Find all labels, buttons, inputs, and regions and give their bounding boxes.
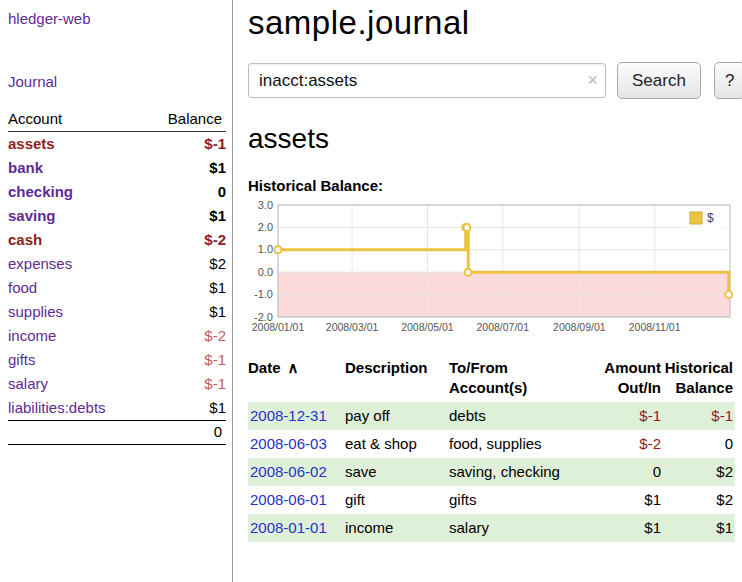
transaction-row: 2008-12-31 pay off debts $-1 $-1 bbox=[248, 402, 735, 430]
col-historical-balance: Historical Balance bbox=[663, 356, 735, 402]
transaction-date-link[interactable]: 2008-06-03 bbox=[250, 435, 327, 452]
help-button[interactable]: ? bbox=[714, 62, 742, 99]
page-title: sample.journal bbox=[248, 4, 742, 42]
account-link-liabilities-debts[interactable]: liabilities:debts bbox=[8, 399, 106, 416]
account-balance: $1 bbox=[145, 396, 226, 421]
chart-title: Historical Balance: bbox=[248, 177, 742, 194]
transaction-date-link[interactable]: 2008-01-01 bbox=[250, 519, 327, 536]
transaction-description: eat & shop bbox=[345, 430, 449, 458]
transaction-amount: $-1 bbox=[577, 402, 663, 430]
search-button[interactable]: Search bbox=[617, 62, 701, 99]
account-balance: $-1 bbox=[145, 372, 226, 396]
account-row-checking: checking 0 bbox=[8, 180, 226, 204]
account-balance: $1 bbox=[145, 276, 226, 300]
app-title-link[interactable]: hledger-web bbox=[8, 10, 91, 27]
account-balance: 0 bbox=[145, 180, 226, 204]
accounts-header-row: Account Balance bbox=[8, 108, 226, 132]
transaction-description: save bbox=[345, 458, 449, 486]
svg-text:3.0: 3.0 bbox=[258, 200, 273, 211]
account-row-assets: assets $-1 bbox=[8, 132, 226, 157]
transaction-amount: 0 bbox=[577, 458, 663, 486]
transaction-balance: $1 bbox=[663, 514, 735, 542]
transaction-date-link[interactable]: 2008-06-02 bbox=[250, 463, 327, 480]
search-field-wrap: × bbox=[248, 63, 606, 98]
accounts-total-row: 0 bbox=[8, 421, 226, 445]
col-amount: Amount Out/In bbox=[577, 356, 663, 402]
transaction-balance: $2 bbox=[663, 458, 735, 486]
account-balance: $1 bbox=[145, 300, 226, 324]
account-link-expenses[interactable]: expenses bbox=[8, 255, 72, 272]
svg-text:2008/03/01: 2008/03/01 bbox=[326, 321, 379, 333]
account-balance: $-1 bbox=[145, 348, 226, 372]
clear-search-icon[interactable]: × bbox=[587, 69, 598, 91]
svg-text:2008/01/01: 2008/01/01 bbox=[252, 321, 305, 333]
accounts-col-account: Account bbox=[8, 108, 145, 132]
transaction-balance: $-1 bbox=[663, 402, 735, 430]
transaction-accounts: saving, checking bbox=[449, 458, 577, 486]
transaction-date-link[interactable]: 2008-06-01 bbox=[250, 491, 327, 508]
transaction-description: pay off bbox=[345, 402, 449, 430]
accounts-total-value: 0 bbox=[145, 421, 226, 445]
account-row-food: food $1 bbox=[8, 276, 226, 300]
transaction-row: 2008-06-01 gift gifts $1 $2 bbox=[248, 486, 735, 514]
transaction-amount: $-2 bbox=[577, 430, 663, 458]
account-link-income[interactable]: income bbox=[8, 327, 56, 344]
account-link-gifts[interactable]: gifts bbox=[8, 351, 36, 368]
account-balance: $-2 bbox=[145, 324, 226, 348]
transaction-accounts: salary bbox=[449, 514, 577, 542]
account-heading: assets bbox=[248, 123, 742, 155]
account-balance: $2 bbox=[145, 252, 226, 276]
svg-text:2008/05/01: 2008/05/01 bbox=[401, 321, 454, 333]
account-link-supplies[interactable]: supplies bbox=[8, 303, 63, 320]
account-row-expenses: expenses $2 bbox=[8, 252, 226, 276]
svg-text:2008/09/01: 2008/09/01 bbox=[553, 321, 606, 333]
col-description: Description bbox=[345, 356, 449, 402]
main-content: sample.journal × Search ? assets Histori… bbox=[233, 0, 742, 582]
account-row-bank: bank $1 bbox=[8, 156, 226, 180]
transaction-balance: $2 bbox=[663, 486, 735, 514]
app-title: hledger-web bbox=[8, 10, 226, 27]
transactions-table: Date∧ Description To/From Account(s) Amo… bbox=[248, 356, 735, 542]
svg-text:2008/07/01: 2008/07/01 bbox=[476, 321, 529, 333]
search-bar: × Search ? bbox=[248, 62, 742, 99]
svg-text:$: $ bbox=[707, 211, 714, 225]
transaction-date-link[interactable]: 2008-12-31 bbox=[250, 407, 327, 424]
account-link-saving[interactable]: saving bbox=[8, 207, 56, 224]
account-row-salary: salary $-1 bbox=[8, 372, 226, 396]
transaction-description: gift bbox=[345, 486, 449, 514]
transaction-description: income bbox=[345, 514, 449, 542]
svg-text:1.0: 1.0 bbox=[258, 243, 273, 255]
account-row-income: income $-2 bbox=[8, 324, 226, 348]
col-date-label: Date bbox=[248, 359, 281, 376]
account-balance: $1 bbox=[145, 156, 226, 180]
account-balance: $-2 bbox=[145, 228, 226, 252]
svg-text:-1.0: -1.0 bbox=[254, 288, 273, 300]
sort-ascending-icon: ∧ bbox=[288, 359, 299, 376]
search-input[interactable] bbox=[248, 63, 606, 98]
accounts-table: Account Balance assets $-1 bank $1 check… bbox=[8, 108, 226, 445]
svg-text:2008/11/01: 2008/11/01 bbox=[629, 321, 681, 333]
account-link-assets[interactable]: assets bbox=[8, 135, 55, 152]
sidebar-nav: Journal bbox=[8, 73, 226, 90]
account-balance: $-1 bbox=[145, 132, 226, 157]
col-tofrom-accounts: To/From Account(s) bbox=[449, 356, 577, 402]
transaction-row: 2008-06-02 save saving, checking 0 $2 bbox=[248, 458, 735, 486]
accounts-total-spacer bbox=[8, 421, 145, 445]
transaction-accounts: debts bbox=[449, 402, 577, 430]
account-link-cash[interactable]: cash bbox=[8, 231, 42, 248]
account-row-liabilities-debts: liabilities:debts $1 bbox=[8, 396, 226, 421]
transaction-row: 2008-01-01 income salary $1 $1 bbox=[248, 514, 735, 542]
account-balance: $1 bbox=[145, 204, 226, 228]
transaction-amount: $1 bbox=[577, 486, 663, 514]
account-link-salary[interactable]: salary bbox=[8, 375, 48, 392]
account-link-checking[interactable]: checking bbox=[8, 183, 73, 200]
accounts-col-balance: Balance bbox=[145, 108, 226, 132]
account-link-bank[interactable]: bank bbox=[8, 159, 43, 176]
nav-journal-link[interactable]: Journal bbox=[8, 73, 57, 90]
account-link-food[interactable]: food bbox=[8, 279, 37, 296]
transaction-amount: $1 bbox=[577, 514, 663, 542]
transactions-header-row: Date∧ Description To/From Account(s) Amo… bbox=[248, 356, 735, 402]
col-date[interactable]: Date∧ bbox=[248, 356, 345, 402]
account-row-gifts: gifts $-1 bbox=[8, 348, 226, 372]
account-row-supplies: supplies $1 bbox=[8, 300, 226, 324]
